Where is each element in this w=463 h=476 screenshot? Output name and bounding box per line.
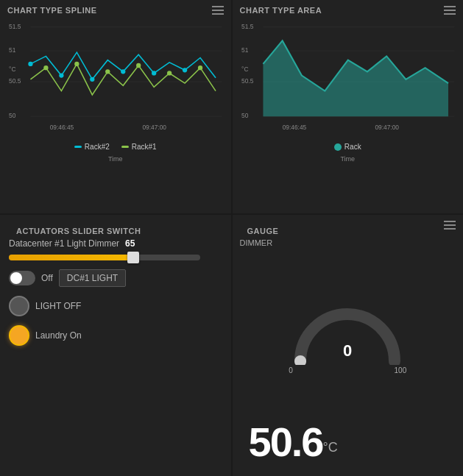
svg-text:50: 50 [9, 112, 16, 119]
svg-text:51: 51 [241, 46, 249, 54]
chart-area-menu[interactable] [444, 6, 456, 15]
rack-dot [334, 143, 342, 151]
slider-container[interactable] [9, 255, 222, 260]
svg-point-12 [59, 73, 63, 77]
svg-point-18 [74, 62, 79, 66]
toggle-row-dc: Off DC#1 LIGHT [9, 269, 222, 287]
svg-text:09:46:45: 09:46:45 [50, 124, 74, 131]
svg-point-14 [121, 69, 125, 74]
svg-text:°C: °C [9, 65, 15, 73]
dimmer-label: Datacenter #1 Light Dimmer [9, 238, 119, 249]
dimmer-value: 65 [125, 238, 135, 249]
dc-light-label: DC#1 LIGHT [59, 269, 126, 287]
gauge-area: 0 0 100 [240, 250, 456, 415]
svg-text:09:46:45: 09:46:45 [282, 124, 306, 131]
chart-spline-legend: Rack#2 Rack#1 [0, 140, 231, 155]
gauge-min: 0 [289, 366, 293, 374]
chart-spline-panel: CHART TYPE SPLINE 51.5 51 50.5 50 °C 09:… [0, 0, 231, 213]
slider-fill [9, 255, 133, 260]
chart-area-title: CHART TYPE AREA [233, 0, 464, 18]
light-off-label: LIGHT OFF [35, 301, 81, 311]
laundry-on-label: Laundry On [35, 330, 82, 341]
svg-point-13 [90, 77, 94, 82]
svg-text:09:47:00: 09:47:00 [142, 124, 166, 131]
big-value-container: 50.6°C [240, 415, 456, 472]
svg-text:50.5: 50.5 [241, 77, 254, 85]
svg-text:51: 51 [9, 46, 16, 54]
svg-point-16 [183, 68, 187, 72]
big-temperature-unit: °C [323, 440, 338, 455]
svg-point-19 [105, 69, 110, 74]
legend-rack1: Rack#1 [121, 143, 157, 151]
svg-marker-34 [263, 40, 448, 116]
chart-area-svg: 51.5 51 50.5 50 °C 09:46:45 09:47:00 [240, 18, 456, 137]
dimmer-row: Datacenter #1 Light Dimmer 65 [9, 238, 222, 249]
chart-spline-container: 51.5 51 50.5 50 °C 09:46:45 09:47:00 [0, 18, 231, 140]
chart-spline-menu[interactable] [212, 6, 224, 15]
slider-thumb[interactable] [127, 252, 139, 263]
svg-point-20 [136, 63, 141, 68]
svg-text:50.5: 50.5 [9, 77, 21, 85]
chart-spline-title: CHART TYPE SPLINE [0, 0, 231, 18]
toggle-knob [10, 272, 22, 284]
rack2-dot [74, 146, 82, 148]
spline-x-axis-label: Time [0, 155, 231, 163]
chart-area-panel: CHART TYPE AREA 51.5 51 50.5 50 °C 09:46… [233, 0, 464, 213]
gauge-svg: 0 [289, 299, 406, 365]
big-temperature-value: 50.6 [249, 419, 323, 465]
rack-label: Rack [344, 143, 361, 151]
actuators-title: ACTUATORS SLIDER SWITCH [9, 221, 222, 238]
svg-text:°C: °C [241, 65, 248, 73]
svg-point-15 [152, 71, 156, 75]
svg-point-21 [167, 71, 172, 75]
svg-text:0: 0 [343, 341, 352, 360]
actuators-panel: ACTUATORS SLIDER SWITCH Datacenter #1 Li… [0, 215, 231, 476]
area-x-axis-label: Time [233, 155, 464, 163]
legend-rack: Rack [334, 143, 361, 151]
slider-track[interactable] [9, 255, 200, 260]
gauge-panel: GAUGE DIMMER 0 0 100 50.6°C [233, 215, 464, 476]
svg-text:51.5: 51.5 [9, 23, 21, 30]
laundry-on-toggle[interactable] [9, 325, 29, 346]
svg-text:51.5: 51.5 [241, 23, 254, 30]
svg-text:09:47:00: 09:47:00 [375, 124, 399, 131]
light-off-toggle[interactable] [9, 296, 29, 316]
svg-point-11 [28, 62, 32, 66]
rack1-label: Rack#1 [132, 143, 157, 151]
gauge-max: 100 [395, 366, 407, 374]
gauge-subtitle: DIMMER [240, 238, 456, 247]
chart-spline-svg: 51.5 51 50.5 50 °C 09:46:45 09:47:00 [7, 18, 224, 137]
legend-rack2: Rack#2 [74, 143, 110, 151]
gauge-title: GAUGE [240, 221, 456, 238]
rack2-label: Rack#2 [85, 143, 110, 151]
svg-point-22 [198, 65, 202, 70]
chart-area-container: 51.5 51 50.5 50 °C 09:46:45 09:47:00 [233, 18, 464, 140]
svg-text:50: 50 [241, 112, 249, 119]
dc-light-toggle[interactable] [9, 271, 35, 285]
rack1-dot [121, 146, 129, 148]
toggle-off-label: Off [41, 273, 53, 283]
toggle-row-laundry: Laundry On [9, 325, 222, 346]
toggle-row-light: LIGHT OFF [9, 296, 222, 316]
chart-area-legend: Rack [233, 140, 464, 155]
gauge-menu[interactable] [444, 221, 456, 230]
svg-point-17 [43, 65, 48, 70]
gauge-labels: 0 100 [289, 366, 406, 374]
